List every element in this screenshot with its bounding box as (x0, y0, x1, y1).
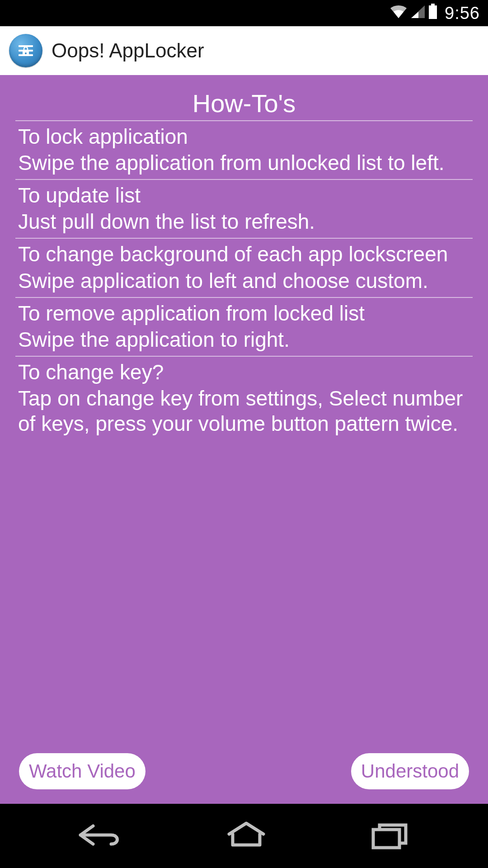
recent-apps-icon[interactable] (367, 819, 412, 853)
app-title: Oops! AppLocker (52, 39, 204, 62)
svg-point-6 (25, 52, 27, 54)
understood-button[interactable]: Understood (351, 753, 469, 789)
item-title: To remove application from locked list (18, 301, 470, 326)
status-clock: 9:56 (445, 4, 480, 23)
item-title: To lock application (18, 124, 470, 149)
action-bar: Oops! AppLocker (0, 26, 488, 75)
howto-list[interactable]: To lock application Swipe the applicatio… (15, 120, 473, 741)
list-item: To update list Just pull down the list t… (15, 180, 473, 239)
svg-rect-7 (373, 830, 399, 848)
item-body: Swipe the application from unlocked list… (18, 150, 470, 175)
page-title: How-To's (15, 85, 473, 123)
list-item: To lock application Swipe the applicatio… (15, 121, 473, 180)
home-icon[interactable] (224, 819, 269, 853)
item-body: Just pull down the list to refresh. (18, 209, 470, 234)
howto-panel: How-To's To lock application Swipe the a… (0, 75, 488, 804)
list-item: To change background of each app lockscr… (15, 239, 473, 297)
svg-rect-1 (429, 5, 437, 19)
navigation-bar (0, 804, 488, 868)
item-body: Tap on change key from settings, Select … (18, 386, 470, 436)
button-row: Watch Video Understood (19, 753, 469, 789)
status-bar: 9:56 (0, 0, 488, 26)
battery-icon (428, 4, 437, 23)
svg-rect-0 (431, 4, 435, 5)
list-item: To change key? Tap on change key from se… (15, 357, 473, 440)
wifi-icon (389, 4, 408, 23)
item-body: Swipe the application to right. (18, 327, 470, 352)
item-title: To update list (18, 183, 470, 208)
cell-signal-icon (410, 4, 426, 23)
list-item: To remove application from locked list S… (15, 298, 473, 357)
item-title: To change background of each app lockscr… (18, 241, 470, 267)
item-body: Swipe application to left and choose cus… (18, 268, 470, 293)
app-lock-icon (9, 34, 42, 67)
back-icon[interactable] (76, 819, 126, 853)
watch-video-button[interactable]: Watch Video (19, 753, 145, 789)
item-title: To change key? (18, 359, 470, 385)
